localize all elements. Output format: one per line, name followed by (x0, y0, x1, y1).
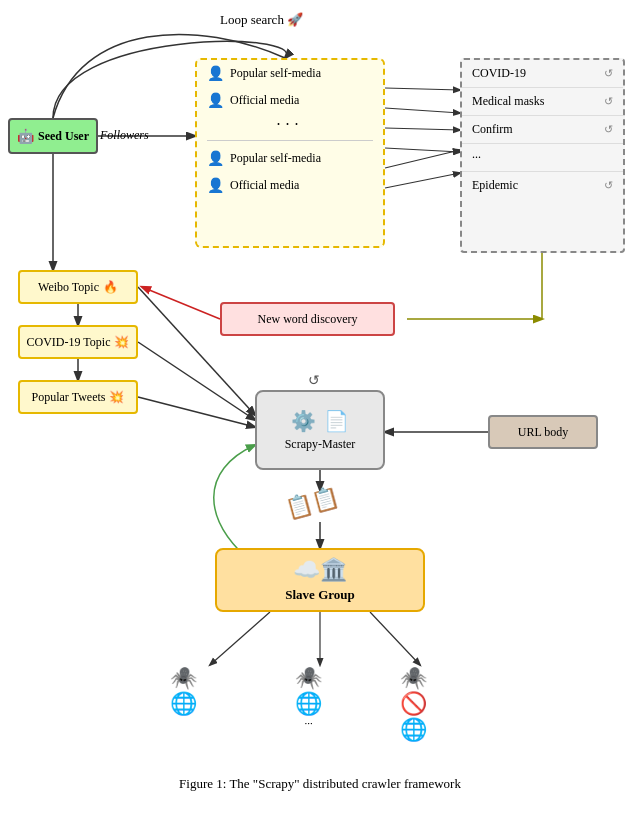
media-label-2: Official media (230, 93, 299, 108)
keyword-epidemic: Epidemic ↺ (462, 172, 623, 199)
new-word-discovery-box: New word discovery (220, 302, 395, 336)
diagram-container: Loop search 🚀 🤖 Seed User Followers 👤 Po… (0, 0, 640, 800)
globe-icon-right: 🌐 (400, 717, 427, 743)
svg-line-1 (385, 88, 460, 90)
svg-line-6 (385, 148, 460, 152)
popular-tweets-icon: 💥 (109, 390, 124, 405)
keyword-masks-refresh: ↺ (604, 95, 613, 108)
svg-line-9 (142, 287, 220, 319)
spider-node-center: 🕷️ 🌐 ··· (295, 665, 322, 729)
keyword-dots-label: ··· (472, 150, 481, 165)
document-icon: 📄 (324, 409, 349, 433)
refresh-icon: ↺ (308, 372, 320, 389)
covid-topic-icon: 💥 (114, 335, 129, 350)
spider-node-right: 🕷️ 🚫 🌐 (400, 665, 427, 743)
spider-icon-center: 🕷️ (295, 665, 322, 691)
scrapy-master-box: ⚙️ 📄 Scrapy-Master (255, 390, 385, 470)
seed-user-box: 🤖 Seed User (8, 118, 98, 154)
data-packets-icon: 📋📋 (283, 483, 342, 522)
url-body-box: URL body (488, 415, 598, 449)
covid-topic-label: COVID-19 Topic (27, 335, 111, 350)
seed-user-icon: 🤖 (17, 128, 34, 145)
keyword-confirm-refresh: ↺ (604, 123, 613, 136)
weibo-topic-box: Weibo Topic 🔥 (18, 270, 138, 304)
media-item-1: 👤 Popular self-media (197, 60, 383, 87)
weibo-topic-icon: 🔥 (103, 280, 118, 295)
scrapy-master-label: Scrapy-Master (285, 437, 356, 452)
spider-icon-right: 🕷️ (400, 665, 427, 691)
new-word-discovery-label: New word discovery (258, 312, 358, 327)
svg-line-5 (385, 128, 460, 130)
keyword-confirm-label: Confirm (472, 122, 513, 137)
media-dots-top: ··· (197, 114, 383, 136)
svg-line-2 (385, 108, 460, 113)
slave-cloud-icon: ☁️🏛️ (293, 557, 347, 583)
gear-icon: ⚙️ (291, 409, 316, 433)
keyword-confirm: Confirm ↺ (462, 116, 623, 144)
media-label-1: Popular self-media (230, 66, 321, 81)
svg-line-19 (210, 612, 270, 665)
media-box: 👤 Popular self-media 👤 Official media ··… (195, 58, 385, 248)
url-body-label: URL body (518, 425, 569, 440)
no-icon-right: 🚫 (400, 691, 427, 717)
figure-caption-text: Figure 1: The "Scrapy" distributed crawl… (179, 776, 461, 791)
keywords-box: COVID-19 ↺ Medical masks ↺ Confirm ↺ ···… (460, 58, 625, 253)
media-item-3: 👤 Popular self-media (197, 145, 383, 172)
dots-bottom-center: ··· (304, 717, 312, 729)
scrapy-icons-row: ⚙️ 📄 (291, 409, 349, 433)
person-icon-2: 👤 (207, 92, 224, 109)
covid-topic-box: COVID-19 Topic 💥 (18, 325, 138, 359)
media-label-3: Popular self-media (230, 151, 321, 166)
keyword-covid: COVID-19 ↺ (462, 60, 623, 88)
svg-line-4 (385, 173, 460, 188)
spider-node-left: 🕷️ 🌐 (170, 665, 197, 717)
keyword-epidemic-label: Epidemic (472, 178, 518, 193)
seed-user-label: Seed User (38, 129, 89, 144)
globe-icon-left: 🌐 (170, 691, 197, 717)
svg-line-21 (370, 612, 420, 665)
popular-tweets-box: Popular Tweets 💥 (18, 380, 138, 414)
svg-line-3 (385, 150, 460, 168)
keyword-covid-label: COVID-19 (472, 66, 526, 81)
person-icon-4: 👤 (207, 177, 224, 194)
keyword-dots: ··· (462, 144, 623, 172)
media-item-4: 👤 Official media (197, 172, 383, 199)
slave-group-label: Slave Group (285, 587, 354, 603)
keyword-masks-label: Medical masks (472, 94, 544, 109)
loop-search-label: Loop search 🚀 (220, 12, 303, 28)
figure-caption: Figure 1: The "Scrapy" distributed crawl… (0, 776, 640, 792)
person-icon-1: 👤 (207, 65, 224, 82)
globe-icon-center: 🌐 (295, 691, 322, 717)
media-label-4: Official media (230, 178, 299, 193)
person-icon-3: 👤 (207, 150, 224, 167)
svg-line-13 (138, 397, 255, 427)
spider-icon-left: 🕷️ (170, 665, 197, 691)
slave-group-box: ☁️🏛️ Slave Group (215, 548, 425, 612)
keyword-covid-refresh: ↺ (604, 67, 613, 80)
media-item-2: 👤 Official media (197, 87, 383, 114)
svg-line-14 (138, 342, 255, 420)
weibo-topic-label: Weibo Topic (38, 280, 99, 295)
followers-label: Followers (100, 128, 149, 143)
keyword-masks: Medical masks ↺ (462, 88, 623, 116)
popular-tweets-label: Popular Tweets (32, 390, 106, 405)
keyword-epidemic-refresh: ↺ (604, 179, 613, 192)
